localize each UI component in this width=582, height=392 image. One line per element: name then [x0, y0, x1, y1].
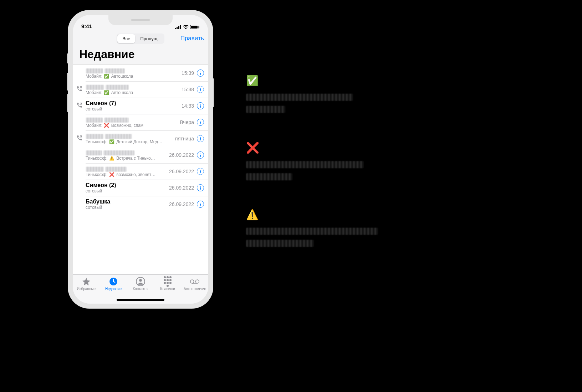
- call-time: 14:33: [182, 103, 194, 109]
- mute-switch: [67, 53, 68, 63]
- info-button[interactable]: i: [197, 86, 204, 93]
- caller-name-redacted: [86, 166, 169, 172]
- caller-name-redacted: [86, 67, 182, 74]
- svg-point-11: [195, 280, 199, 283]
- call-time: 26.09.2022: [169, 169, 194, 174]
- page-title: Недавние: [73, 46, 208, 65]
- info-button[interactable]: i: [197, 201, 204, 208]
- call-subtitle: Тинькофф: ⚠️ Встреча с Тинько…: [86, 156, 169, 161]
- info-button[interactable]: i: [197, 184, 204, 191]
- status-mark: ❌: [104, 123, 109, 128]
- home-indicator[interactable]: [117, 299, 164, 301]
- caller-name-redacted: [86, 84, 182, 90]
- segmented-control: Все Пропущ.: [117, 33, 164, 44]
- call-time: 26.09.2022: [169, 185, 194, 191]
- notch: [108, 15, 173, 25]
- svg-rect-1: [177, 27, 178, 29]
- phone-frame: 9:41 Все Пропущ. Править Недавние Мобайл…: [68, 10, 213, 309]
- status-mark: ✅: [104, 74, 109, 79]
- info-button[interactable]: i: [197, 119, 204, 126]
- keypad-icon: [163, 277, 172, 286]
- outgoing-call-icon: [76, 86, 83, 93]
- navbar: Все Пропущ. Править: [73, 31, 208, 46]
- tab-label: Клавиши: [160, 287, 175, 291]
- voicemail-icon: [190, 277, 199, 286]
- call-subtitle: сотовый: [86, 205, 169, 210]
- status-mark: ❌: [109, 172, 114, 177]
- star-icon: [82, 277, 91, 286]
- wifi-icon: [183, 25, 189, 29]
- legend-item: ✅: [246, 75, 378, 113]
- call-subtitle: Мобайл: ✅ Автошкола: [86, 74, 182, 79]
- info-button[interactable]: i: [197, 168, 204, 175]
- cellular-icon: [175, 25, 181, 29]
- tab-label: Недавние: [105, 287, 122, 291]
- svg-rect-2: [178, 26, 179, 29]
- tab-voicemail[interactable]: Автоответчик: [183, 277, 206, 304]
- outgoing-call-icon: [76, 135, 83, 143]
- svg-rect-0: [175, 28, 176, 29]
- call-time: 15:38: [182, 87, 194, 92]
- phone-screen: 9:41 Все Пропущ. Править Недавние Мобайл…: [73, 15, 208, 304]
- status-mark: ✅: [109, 139, 114, 144]
- legend-mark: ❌: [246, 141, 378, 154]
- svg-point-10: [190, 280, 194, 283]
- call-time: 26.09.2022: [169, 201, 194, 207]
- svg-rect-6: [199, 26, 199, 28]
- legend-text-redacted: [246, 94, 378, 113]
- legend-panel: ✅❌⚠️: [246, 75, 378, 275]
- call-row[interactable]: Мобайл: ❌ Возможно, спамВчераi: [73, 114, 208, 130]
- caller-name-redacted: [86, 133, 175, 139]
- call-time: 26.09.2022: [169, 152, 194, 158]
- status-mark: ✅: [104, 90, 109, 95]
- volume-down-button: [67, 94, 68, 112]
- tab-label: Избранные: [77, 287, 96, 291]
- call-subtitle: сотовый: [86, 107, 182, 112]
- caller-name: Симеон (2): [86, 182, 169, 189]
- legend-mark: ⚠️: [246, 209, 378, 221]
- svg-rect-5: [191, 26, 198, 29]
- call-row[interactable]: Тинькофф: ❌ возможно, звонят…26.09.2022i: [73, 163, 208, 180]
- info-button[interactable]: i: [197, 135, 204, 142]
- call-subtitle: Мобайл: ❌ Возможно, спам: [86, 123, 180, 128]
- caller-name-redacted: [86, 117, 180, 123]
- call-row[interactable]: Тинькофф: ⚠️ Встреча с Тинько…26.09.2022…: [73, 147, 208, 163]
- segment-all[interactable]: Все: [117, 34, 135, 43]
- legend-item: ⚠️: [246, 209, 378, 247]
- call-subtitle: Тинькофф: ❌ возможно, звонят…: [86, 172, 169, 177]
- battery-icon: [190, 25, 200, 29]
- caller-name: Симеон (7): [86, 100, 182, 107]
- call-subtitle: сотовый: [86, 189, 169, 194]
- status-indicators: [175, 25, 200, 29]
- info-button[interactable]: i: [197, 69, 204, 77]
- caller-name-redacted: [86, 149, 169, 156]
- call-row[interactable]: Мобайл: ✅ Автошкола15:38i: [73, 81, 208, 98]
- call-row[interactable]: Мобайл: ✅ Автошкола15:39i: [73, 65, 208, 81]
- call-subtitle: Мобайл: ✅ Автошкола: [86, 90, 182, 95]
- call-row[interactable]: Бабушкасотовый26.09.2022i: [73, 196, 208, 212]
- info-button[interactable]: i: [197, 102, 204, 109]
- call-row[interactable]: Тинькофф: ✅ Детский Доктор, Мед…пятницаi: [73, 130, 208, 147]
- recents-list[interactable]: Мобайл: ✅ Автошкола15:39i Мобайл: ✅ Авто…: [73, 65, 208, 274]
- contact-icon: [136, 277, 145, 286]
- info-button[interactable]: i: [197, 151, 204, 159]
- call-time: 15:39: [182, 70, 194, 76]
- svg-rect-3: [180, 25, 181, 29]
- svg-point-9: [139, 279, 142, 282]
- segment-missed[interactable]: Пропущ.: [135, 34, 164, 43]
- call-time: пятница: [175, 136, 194, 141]
- call-time: Вчера: [180, 119, 194, 125]
- tab-label: Контакты: [133, 287, 148, 291]
- call-row[interactable]: Симеон (2)сотовый26.09.2022i: [73, 180, 208, 196]
- call-subtitle: Тинькофф: ✅ Детский Доктор, Мед…: [86, 139, 175, 144]
- edit-button[interactable]: Править: [180, 35, 204, 42]
- outgoing-call-icon: [76, 102, 83, 110]
- status-time: 9:41: [81, 23, 92, 29]
- legend-mark: ✅: [246, 75, 378, 87]
- power-button: [213, 78, 214, 107]
- tab-favorites[interactable]: Избранные: [75, 277, 98, 304]
- caller-name: Бабушка: [86, 198, 169, 205]
- clock-icon: [109, 277, 118, 286]
- call-row[interactable]: Симеон (7)сотовый14:33i: [73, 98, 208, 114]
- volume-up-button: [67, 73, 68, 91]
